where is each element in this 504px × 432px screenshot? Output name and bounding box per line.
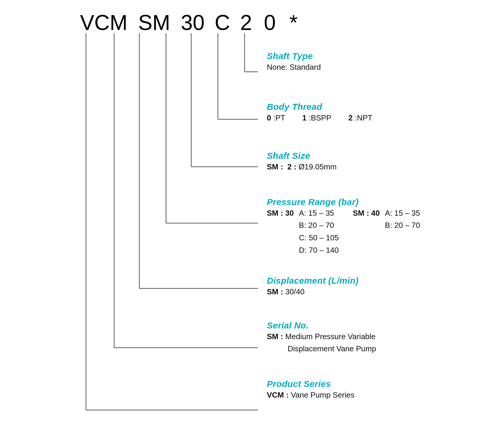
serial-no-body: SM : Medium Pressure Variable Displaceme… bbox=[267, 331, 430, 355]
pressure-range-title: Pressure Range (bar) bbox=[267, 197, 430, 207]
shaft-size-title: Shaft Size bbox=[267, 151, 430, 161]
code-row: VCM SM 30 C 2 0 * bbox=[74, 12, 430, 33]
product-series-title: Product Series bbox=[267, 379, 430, 389]
code-2: 2 bbox=[234, 12, 258, 33]
code-vcm: VCM bbox=[80, 12, 133, 33]
page-container: VCM SM 30 C 2 0 * bbox=[74, 12, 430, 432]
code-30: 30 bbox=[175, 12, 210, 33]
pressure-range-body: SM : 30 A: 15 – 35 B: 20 – 70 C: 50 – 10… bbox=[267, 207, 430, 256]
bracket-diagram bbox=[74, 33, 252, 432]
shaft-type-body: None: Standard bbox=[267, 61, 430, 74]
pressure-range-entry: Pressure Range (bar) SM : 30 A: 15 – 35 … bbox=[267, 173, 430, 256]
code-star: * bbox=[282, 12, 305, 33]
shaft-size-entry: Shaft Size SM : 2 : Ø19.05mm bbox=[267, 124, 430, 173]
shaft-type-entry: Shaft Type None: Standard bbox=[267, 33, 430, 74]
displacement-body: SM : 30/40 bbox=[267, 286, 430, 298]
bracket-svg bbox=[74, 33, 264, 432]
full-layout: Shaft Type None: Standard Body Thread 0 … bbox=[74, 33, 430, 432]
product-series-entry: Product Series VCM : Vane Pump Series bbox=[267, 355, 430, 401]
shaft-size-body: SM : 2 : Ø19.05mm bbox=[267, 161, 430, 173]
shaft-type-title: Shaft Type bbox=[267, 51, 430, 61]
descriptions-col: Shaft Type None: Standard Body Thread 0 … bbox=[252, 33, 430, 432]
displacement-entry: Displacement (L/min) SM : 30/40 bbox=[267, 256, 430, 298]
code-sm: SM bbox=[133, 12, 175, 33]
body-thread-entry: Body Thread 0 :PT 1 :BSPP 2 :NPT bbox=[267, 74, 430, 124]
body-thread-body: 0 :PT 1 :BSPP 2 :NPT bbox=[267, 112, 430, 124]
displacement-title: Displacement (L/min) bbox=[267, 276, 430, 286]
body-thread-title: Body Thread bbox=[267, 102, 430, 112]
code-c: C bbox=[210, 12, 234, 33]
product-series-body: VCM : Vane Pump Series bbox=[267, 389, 430, 401]
serial-no-entry: Serial No. SM : Medium Pressure Variable… bbox=[267, 298, 430, 355]
serial-no-title: Serial No. bbox=[267, 320, 430, 331]
code-0: 0 bbox=[258, 12, 282, 33]
